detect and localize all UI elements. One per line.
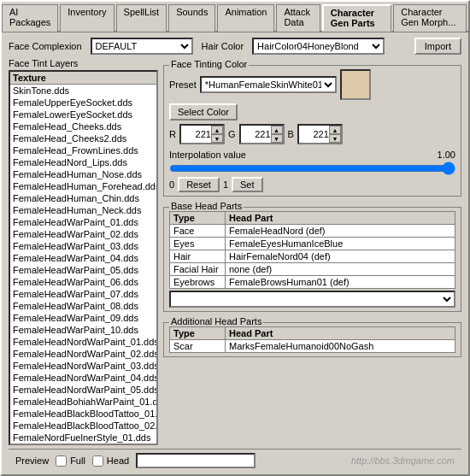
color-swatch (340, 69, 371, 100)
list-item[interactable]: FemaleHeadBlackBloodTattoo_02.dds (10, 420, 156, 432)
list-item[interactable]: FemaleHead_FrownLines.dds (10, 144, 156, 156)
reset-button[interactable]: Reset (178, 177, 220, 192)
table-row[interactable]: Facial Hair none (def) (170, 263, 455, 276)
row-type: Hair (170, 250, 226, 263)
panels-row: Face Tint Layers Texture SkinTone.dds Fe… (9, 58, 461, 445)
preview-input-area (136, 453, 256, 468)
face-tint-layers-panel: Face Tint Layers Texture SkinTone.dds Fe… (9, 58, 158, 445)
rgb-row: R ▲ ▼ G ▲ (169, 124, 455, 144)
list-item[interactable]: FemaleHead_Cheeks2.dds (10, 132, 156, 144)
tab-attack-data[interactable]: Attack Data (276, 4, 320, 32)
additional-head-parts-group: Additional Head Parts Type Head Part Sca… (163, 322, 461, 357)
list-item[interactable]: FemaleHeadWarPaint_05.dds (10, 264, 156, 276)
r-input[interactable] (181, 129, 211, 139)
table-row[interactable]: Scar MarksFemaleHumanoid00NoGash (170, 340, 455, 353)
tab-bar: AI Packages Inventory SpellList Sounds A… (2, 2, 468, 32)
g-arrows: ▲ ▼ (271, 126, 283, 143)
set-button[interactable]: Set (232, 177, 263, 192)
content-area: Face Complexion DEFAULT Hair Color HairC… (2, 32, 468, 476)
b-label: B (288, 129, 294, 139)
base-head-parts-title: Base Head Parts (169, 201, 244, 211)
g-down-btn[interactable]: ▼ (271, 134, 283, 143)
row-type: Facial Hair (170, 263, 226, 276)
b-spinbox[interactable]: ▲ ▼ (297, 124, 343, 144)
face-tint-layers-title: Face Tint Layers (9, 58, 158, 68)
list-item[interactable]: FemaleHeadNordWarPaint_01.dds (10, 336, 156, 348)
select-color-button[interactable]: Select Color (169, 103, 238, 120)
list-item[interactable]: FemaleHeadNordWarPaint_05.dds (10, 384, 156, 396)
g-label: G (228, 129, 236, 139)
list-item[interactable]: FemaleNordFuelnerStyle_01.dds (10, 432, 156, 444)
face-complexion-select[interactable]: DEFAULT (91, 38, 193, 55)
r-spinbox[interactable]: ▲ ▼ (179, 124, 225, 144)
face-complexion-label: Face Complexion (9, 41, 82, 51)
base-head-parts-table: Type Head Part Face FemaleHeadNord (def)… (169, 211, 455, 289)
tab-animation[interactable]: Animation (217, 4, 274, 32)
tab-character-gen-morph[interactable]: Character Gen Morph... (393, 4, 467, 32)
list-item[interactable]: FemaleHeadHuman_Forehead.dds (10, 180, 156, 192)
table-row[interactable]: Hair HairFemaleNord04 (def) (170, 250, 455, 263)
list-item[interactable]: FemaleHeadNordWarPaint_04.dds (10, 372, 156, 384)
interpolation-area: Interpolation value 1.00 0 Reset 1 Set (169, 150, 455, 192)
g-input[interactable] (241, 129, 271, 139)
hair-color-select[interactable]: HairColor04HoneyBlond (252, 38, 385, 55)
full-checkbox[interactable] (56, 455, 67, 467)
list-item[interactable]: FemaleHeadWarPaint_06.dds (10, 276, 156, 288)
table-row[interactable]: Eyes FemaleEyesHumanIceBlue (170, 238, 455, 250)
list-item[interactable]: FemaleHeadWarPaint_08.dds (10, 300, 156, 312)
list-item[interactable]: FemaleHeadHuman_Neck.dds (10, 204, 156, 216)
preset-select[interactable]: *HumanFemaleSkinWhite01 (200, 76, 337, 93)
g-spinbox[interactable]: ▲ ▼ (239, 124, 285, 144)
row-part: FemaleBrowsHuman01 (def) (226, 276, 455, 289)
base-head-parts-group: Base Head Parts Type Head Part Face Fema… (163, 207, 461, 312)
tab-sounds[interactable]: Sounds (168, 4, 215, 32)
table-row[interactable]: Eyebrows FemaleBrowsHuman01 (def) (170, 276, 455, 289)
list-item[interactable]: FemaleHeadNordWarPaint_03.dds (10, 360, 156, 372)
tab-spelllist[interactable]: SpellList (116, 4, 167, 32)
list-item[interactable]: FemaleHeadWarPaint_02.dds (10, 228, 156, 240)
list-item[interactable]: FemaleHead_Cheeks.dds (10, 120, 156, 132)
list-item[interactable]: SkinTone.dds (10, 85, 156, 97)
list-item[interactable]: FemaleHeadNord_Lips.dds (10, 156, 156, 168)
list-item[interactable]: FemaleHeadNordWarPaint_02.dds (10, 348, 156, 360)
face-tint-layers-listbox[interactable]: Texture SkinTone.dds FemaleUpperEyeSocke… (9, 70, 158, 445)
tab-inventory[interactable]: Inventory (60, 4, 114, 32)
list-item[interactable]: FemaleHeadHuman_Chin.dds (10, 192, 156, 204)
list-item[interactable]: FemaleHeadWarPaint_07.dds (10, 288, 156, 300)
interp-min-label: 0 (169, 179, 174, 190)
r-up-btn[interactable]: ▲ (211, 126, 223, 134)
list-item[interactable]: FemaleHeadWarPaint_03.dds (10, 240, 156, 252)
row-part: HairFemaleNord04 (def) (226, 250, 455, 263)
list-item[interactable]: FemaleUpperEyeSocket.dds (10, 97, 156, 109)
table-row[interactable]: Face FemaleHeadNord (def) (170, 225, 455, 238)
b-up-btn[interactable]: ▲ (329, 126, 341, 134)
list-item[interactable]: FemaleHeadBlackBloodTattoo_01.dds (10, 408, 156, 420)
list-item[interactable]: FemaleHeadHuman_Nose.dds (10, 168, 156, 180)
interpolation-slider[interactable] (169, 162, 455, 175)
list-item[interactable]: FemaleHeadBohiahWarPaint_01.dds (10, 396, 156, 408)
additional-head-parts-title: Additional Head Parts (169, 316, 263, 326)
base-parts-dropdown[interactable] (169, 291, 455, 308)
row-type: Scar (170, 340, 226, 353)
list-item[interactable]: FemaleHeadWarPaint_09.dds (10, 312, 156, 324)
head-checkbox[interactable] (92, 455, 103, 467)
tab-ai-packages[interactable]: AI Packages (2, 4, 58, 32)
preset-label: Preset (169, 79, 197, 90)
b-input[interactable] (299, 129, 329, 139)
listbox-header: Texture (10, 72, 156, 85)
preview-label: Preview (15, 455, 49, 466)
right-panel: Face Tinting Color Preset *HumanFemaleSk… (163, 58, 461, 445)
list-item[interactable]: FemaleLowerEyeSocket.dds (10, 109, 156, 120)
g-up-btn[interactable]: ▲ (271, 126, 283, 134)
face-tinting-title: Face Tinting Color (169, 59, 249, 69)
b-down-btn[interactable]: ▼ (329, 134, 341, 143)
list-item[interactable]: FemaleHeadWarPaint_10.dds (10, 324, 156, 336)
r-down-btn[interactable]: ▼ (211, 134, 223, 143)
import-button[interactable]: Import (414, 38, 461, 55)
tab-character-gen-parts[interactable]: Character Gen Parts (322, 4, 391, 32)
list-item[interactable]: FemaleHeadWarPaint_01.dds (10, 216, 156, 228)
list-item[interactable]: FemaleHeadWarPaint_04.dds (10, 252, 156, 264)
row-type: Face (170, 225, 226, 238)
add-col-type-header: Type (170, 327, 226, 340)
head-label: Head (107, 455, 129, 466)
